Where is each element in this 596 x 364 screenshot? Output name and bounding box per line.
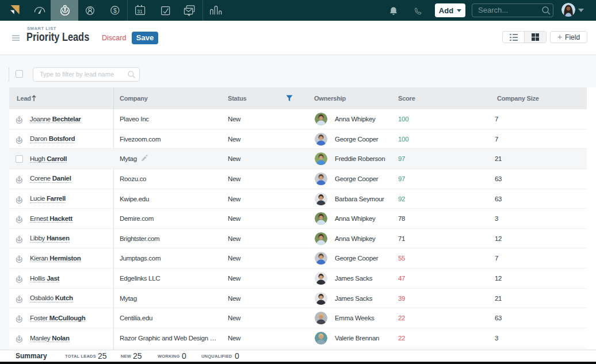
svg-text:31: 31 [137,9,143,14]
svg-text:$: $ [113,7,117,14]
